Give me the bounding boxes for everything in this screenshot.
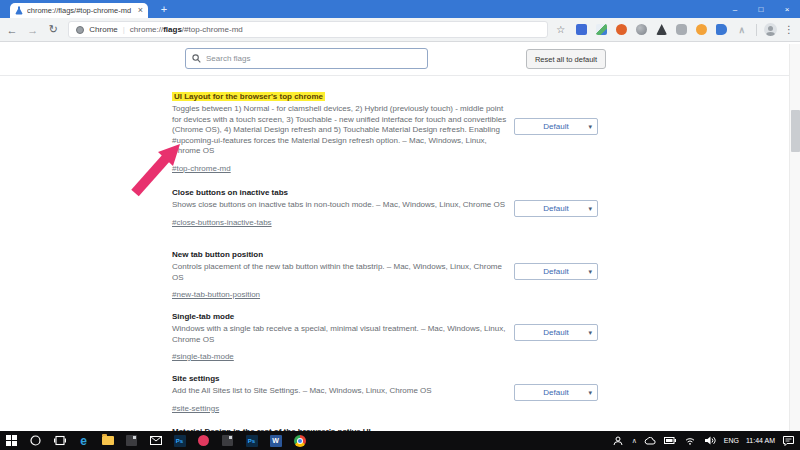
tab-title: chrome://flags/#top-chrome-md [27,6,134,15]
battery-icon[interactable] [664,434,677,447]
omnibox-site-label: Chrome [89,25,117,34]
experiment-title: Single-tab mode [172,312,598,321]
scrollbar-thumb[interactable] [791,110,800,152]
experiment-description: Windows with a single tab receive a spec… [172,324,507,345]
site-info-icon[interactable] [76,26,84,34]
experiment-row: UI Layout for the browser's top chrome T… [172,92,598,175]
tab-close-icon[interactable]: × [138,6,143,15]
network-icon[interactable] [684,434,697,447]
window-maximize-button[interactable]: □ [748,0,774,18]
experiment-permalink[interactable]: #site-settings [172,404,219,413]
search-icon [192,54,201,63]
experiment-title-highlighted: UI Layout for the browser's top chrome [172,92,598,101]
clock[interactable]: 11:44 AM [746,437,775,444]
ext-dark-figure-icon[interactable] [656,24,667,35]
window-minimize-button[interactable]: – [722,0,748,18]
tray-chevron-up-icon[interactable]: ∧ [632,437,637,445]
experiment-dropdown[interactable]: Default ▾ [514,200,598,217]
windows-taskbar: e Ps Ps W ∧ ENG 11:44 AM [0,431,800,450]
ext-blue-tag-icon[interactable] [716,24,727,35]
ext-orange-gear-icon[interactable] [616,24,627,35]
reload-button[interactable]: ↻ [45,23,63,36]
word-icon[interactable]: W [269,434,282,447]
experiment-description: Toggles between 1) Normal - for clamshel… [172,104,507,157]
experiment-dropdown[interactable]: Default ▾ [514,118,598,135]
experiment-permalink[interactable]: #close-buttons-inactive-tabs [172,218,272,227]
reset-all-button[interactable]: Reset all to default [526,49,606,69]
experiment-row: Single-tab mode Windows with a single ta… [172,312,598,363]
extensions-row: ∧ [576,24,747,35]
header-divider [0,75,800,76]
address-bar[interactable]: Chrome | chrome://flags/#top-chrome-md [68,21,548,38]
browser-toolbar: ← → ↻ Chrome | chrome://flags/#top-chrom… [0,18,800,42]
file-explorer-icon[interactable] [101,434,114,447]
adobe-app-icon[interactable]: Ps [245,434,258,447]
experiment-title: Close buttons on inactive tabs [172,188,598,197]
ext-blue-square-icon[interactable] [576,24,587,35]
dropdown-value: Default [543,328,568,337]
ext-gray-a-icon[interactable]: ∧ [736,25,747,35]
flask-experiment-icon [15,6,23,15]
experiment-description: Shows close buttons on inactive tabs in … [172,200,507,211]
omnibox-url: chrome://flags/#top-chrome-md [130,25,243,34]
bookmark-star-icon[interactable]: ☆ [556,24,565,35]
photoshop-icon[interactable]: Ps [173,434,186,447]
mail-icon[interactable] [149,434,162,447]
omnibox-separator: | [123,25,125,34]
experiment-dropdown[interactable]: Default ▾ [514,263,598,280]
language-indicator[interactable]: ENG [724,437,739,444]
app-dark-icon[interactable] [125,434,138,447]
flags-page-content: Reset all to default UI Layout for the b… [0,42,800,431]
annotation-arrow [126,138,186,200]
cortana-search-icon[interactable] [29,434,42,447]
search-flags-input[interactable] [206,54,421,63]
experiment-dropdown[interactable]: Default ▾ [514,324,598,341]
forward-button[interactable]: → [24,24,42,36]
experiment-row: Close buttons on inactive tabs Shows clo… [172,188,598,229]
url-prefix: chrome:// [130,25,163,34]
toolbar-separator [756,24,757,36]
chevron-down-icon: ▾ [588,389,592,397]
profile-avatar[interactable] [764,23,777,36]
experiment-permalink[interactable]: #new-tab-button-position [172,290,260,299]
new-tab-button[interactable]: + [156,3,172,16]
browser-tab[interactable]: chrome://flags/#top-chrome-md × [10,3,148,18]
experiment-title: Site settings [172,374,598,383]
chevron-down-icon: ▾ [588,123,592,131]
dropdown-value: Default [543,204,568,213]
experiment-row: New tab button position Controls placeme… [172,250,598,301]
browser-menu-icon[interactable]: ⋮ [784,24,794,35]
url-suffix: /#top-chrome-md [182,25,243,34]
ext-gray-globe-icon[interactable] [636,24,647,35]
task-view-icon[interactable] [53,434,66,447]
ext-gray-link-icon[interactable] [676,24,687,35]
dropdown-value: Default [543,122,568,131]
url-host: flags [163,25,182,34]
scrollbar-track[interactable] [789,44,800,431]
experiment-description: Controls placement of the new tab button… [172,262,507,283]
back-button[interactable]: ← [3,24,21,36]
chevron-down-icon: ▾ [588,329,592,337]
action-center-icon[interactable] [782,434,795,447]
dropdown-value: Default [543,388,568,397]
dropdown-value: Default [543,267,568,276]
chevron-down-icon: ▾ [588,268,592,276]
start-button[interactable] [5,434,18,447]
volume-icon[interactable] [704,434,717,447]
experiment-permalink[interactable]: #single-tab-mode [172,352,234,361]
chevron-down-icon: ▾ [588,205,592,213]
experiment-dropdown[interactable]: Default ▾ [514,384,598,401]
app-dark-icon-2[interactable] [221,434,234,447]
ext-photo-icon[interactable] [596,24,607,35]
window-close-button[interactable]: × [774,0,800,18]
experiment-description: Add the All Sites list to Site Settings.… [172,386,507,397]
experiment-row: Site settings Add the All Sites list to … [172,374,598,415]
app-red-circle-icon[interactable] [197,434,210,447]
ext-orange-circle-icon[interactable] [696,24,707,35]
edge-icon[interactable]: e [77,434,90,447]
search-flags-box[interactable] [185,48,428,69]
onedrive-cloud-icon[interactable] [644,434,657,447]
experiment-title: New tab button position [172,250,598,259]
chrome-icon[interactable] [293,434,306,447]
people-icon[interactable] [612,434,625,447]
